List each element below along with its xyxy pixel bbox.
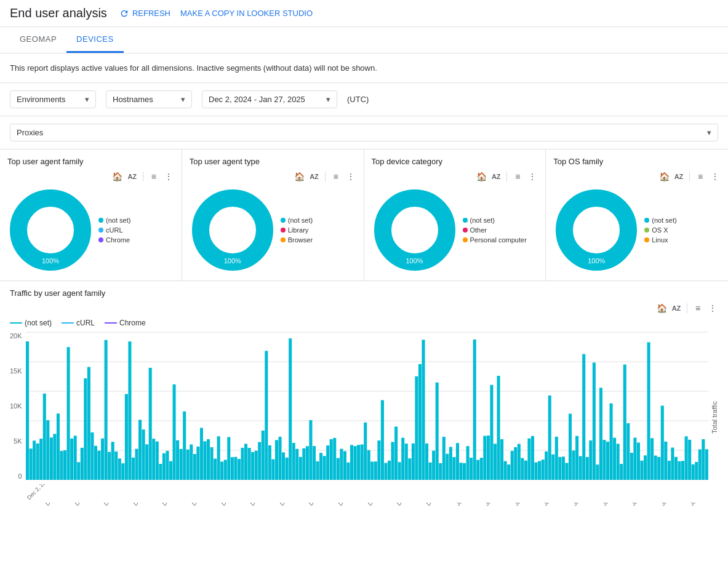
az-icon-2[interactable]: AZ <box>309 171 320 182</box>
legend-dot-1-3 <box>98 237 103 242</box>
bar-chart-canvas <box>26 332 708 480</box>
x-axis-label: Jan 24, 2025, 6PM <box>689 503 718 507</box>
refresh-label: REFRESH <box>132 9 170 18</box>
filter-icon-4[interactable]: ≡ <box>695 171 706 182</box>
legend-label-4-2: OS X <box>652 226 668 234</box>
filter-icon-traffic[interactable]: ≡ <box>692 303 703 314</box>
hostnames-chevron-icon: ▾ <box>181 95 185 104</box>
traffic-legend-item-2: cURL <box>62 319 95 327</box>
donut-label-4: 100% <box>588 257 605 265</box>
donut-container-3: 100% (not set) Other Personal computer <box>372 187 538 273</box>
legend-3: (not set) Other Personal computer <box>463 217 527 244</box>
divider-traffic <box>687 303 687 313</box>
hostnames-label: Hostnames <box>113 95 153 104</box>
legend-dot-3-2 <box>463 228 468 233</box>
filter-icon-3[interactable]: ≡ <box>512 171 523 182</box>
traffic-legend-item-3: Chrome <box>105 319 146 327</box>
legend-item-2-1: (not set) <box>281 217 313 224</box>
proxies-row: Proxies ▾ <box>0 116 728 149</box>
legend-item-4-2: OS X <box>644 226 676 234</box>
environments-filter[interactable]: Environments ▾ <box>10 90 96 108</box>
tab-geomap[interactable]: GEOMAP <box>10 27 66 53</box>
environments-label: Environments <box>17 95 65 104</box>
legend-item-4-3: Linux <box>644 236 676 244</box>
y-axis-label: Total traffic <box>711 332 718 503</box>
chart-card-device-category: Top device category 🏠 AZ ≡ ⋮ 100% (not s… <box>364 149 546 281</box>
traffic-section: Traffic by user agent family 🏠 AZ ≡ ⋮ (n… <box>0 281 728 559</box>
donut-container-2: 100% (not set) Library Browser <box>190 187 356 273</box>
donut-label-2: 100% <box>224 257 241 265</box>
donut-chart-4: 100% <box>553 187 639 273</box>
donut-charts-grid: Top user agent family 🏠 AZ ≡ ⋮ 100% (not… <box>0 149 728 281</box>
home-icon-traffic[interactable]: 🏠 <box>656 303 667 314</box>
svg-point-1 <box>32 212 69 249</box>
traffic-chart-area: 20K 15K 10K 5K 0 Dec 2, 2024, 12AM <box>10 332 718 503</box>
legend-item-3-1: (not set) <box>463 217 527 224</box>
donut-container-4: 100% (not set) OS X Linux <box>553 187 721 273</box>
legend-label-3-3: Personal computer <box>470 236 527 244</box>
filter-icon-1[interactable]: ≡ <box>148 171 159 182</box>
az-icon-1[interactable]: AZ <box>127 171 138 182</box>
y-tick-0: 0 <box>18 472 22 480</box>
legend-dot-4-1 <box>644 218 649 223</box>
legend-item-4-1: (not set) <box>644 217 676 224</box>
more-icon-1[interactable]: ⋮ <box>163 171 174 182</box>
legend-label-4-1: (not set) <box>652 217 676 224</box>
chart-card-os-family: Top OS family 🏠 AZ ≡ ⋮ 100% (not set) <box>546 149 728 281</box>
legend-dot-4-2 <box>644 228 649 233</box>
chart-toolbar-1: 🏠 AZ ≡ ⋮ <box>7 171 174 182</box>
tab-devices[interactable]: DEVICES <box>66 27 124 53</box>
info-bar: This report displays active values for a… <box>0 54 728 83</box>
date-range-filter[interactable]: Dec 2, 2024 - Jan 27, 2025 ▾ <box>202 90 337 108</box>
az-icon-3[interactable]: AZ <box>490 171 502 182</box>
traffic-legend-line-3 <box>105 322 117 324</box>
legend-dot-2-1 <box>281 218 286 223</box>
divider-4 <box>689 172 690 181</box>
utc-label: (UTC) <box>347 95 369 104</box>
legend-dot-3-3 <box>463 237 468 242</box>
chart-title-device-category: Top device category <box>372 157 538 166</box>
divider-2 <box>325 172 326 181</box>
svg-point-7 <box>578 212 615 249</box>
legend-dot-4-3 <box>644 237 649 242</box>
legend-label-1-3: Chrome <box>106 236 130 244</box>
traffic-legend-label-3: Chrome <box>119 319 146 327</box>
date-chevron-icon: ▾ <box>326 95 330 104</box>
copy-label: MAKE A COPY IN LOOKER STUDIO <box>180 9 313 18</box>
chart-title-os-family: Top OS family <box>553 157 721 166</box>
home-icon-4[interactable]: 🏠 <box>658 171 670 182</box>
hostnames-filter[interactable]: Hostnames ▾ <box>106 90 192 108</box>
home-icon-2[interactable]: 🏠 <box>294 171 305 182</box>
refresh-button[interactable]: REFRESH <box>119 9 170 18</box>
az-icon-traffic[interactable]: AZ <box>671 303 682 314</box>
more-icon-3[interactable]: ⋮ <box>527 171 538 182</box>
divider-3 <box>506 172 507 181</box>
filter-icon-2[interactable]: ≡ <box>330 171 342 182</box>
home-icon-1[interactable]: 🏠 <box>112 171 123 182</box>
chart-card-user-agent-family: Top user agent family 🏠 AZ ≡ ⋮ 100% (not… <box>0 149 182 281</box>
refresh-icon <box>119 9 129 18</box>
more-icon-4[interactable]: ⋮ <box>710 171 721 182</box>
proxies-label: Proxies <box>17 128 43 137</box>
legend-1: (not set) cURL Chrome <box>98 217 130 244</box>
home-icon-3[interactable]: 🏠 <box>476 171 487 182</box>
traffic-legend-item-1: (not set) <box>10 319 52 327</box>
legend-item-1-1: (not set) <box>98 217 130 224</box>
y-tick-20k: 20K <box>10 332 22 340</box>
az-icon-4[interactable]: AZ <box>673 171 684 182</box>
donut-chart-3: 100% <box>372 187 458 273</box>
legend-label-2-1: (not set) <box>288 217 313 224</box>
legend-dot-2-3 <box>281 237 286 242</box>
legend-label-2-2: Library <box>288 226 309 234</box>
filters-row-1: Environments ▾ Hostnames ▾ Dec 2, 2024 -… <box>0 83 728 116</box>
legend-item-3-2: Other <box>463 226 527 234</box>
y-tick-10k: 10K <box>10 402 22 410</box>
copy-button[interactable]: MAKE A COPY IN LOOKER STUDIO <box>180 9 313 18</box>
more-icon-traffic[interactable]: ⋮ <box>707 303 718 314</box>
proxies-filter[interactable]: Proxies ▾ <box>10 124 718 141</box>
page-title: End user analysis <box>10 6 107 20</box>
legend-item-3-3: Personal computer <box>463 236 527 244</box>
environments-chevron-icon: ▾ <box>85 95 89 104</box>
more-icon-2[interactable]: ⋮ <box>345 171 356 182</box>
legend-item-1-2: cURL <box>98 226 130 234</box>
